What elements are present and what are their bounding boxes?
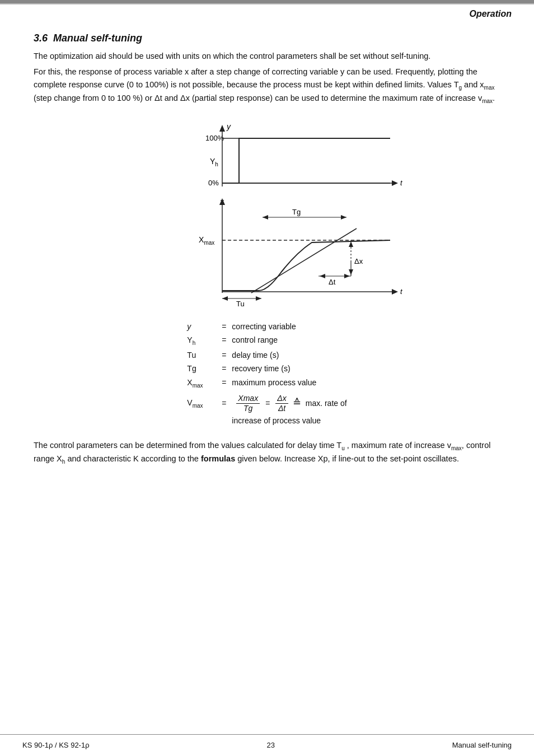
tu-right-arrow: [256, 296, 261, 301]
legend-eq-tg: =: [216, 362, 232, 376]
legend-row-tu: Tu = delay time (s): [187, 348, 346, 362]
deltax-label: Δx: [354, 257, 363, 265]
increase-text: increase of process value: [232, 414, 346, 428]
t-label-lower: t: [400, 287, 403, 296]
tu-left-arrow: [222, 296, 228, 301]
step-response-diagram: y 100% Yh 0% t x: [110, 119, 424, 310]
t-axis-lower-arrow: [392, 289, 398, 295]
legend-desc-tg: recovery time (s): [232, 362, 290, 376]
diagram-container: y 100% Yh 0% t x: [34, 119, 500, 310]
tg-label: Tg: [292, 208, 301, 216]
tu-label: Tu: [236, 300, 245, 308]
yh-label: Yh: [210, 157, 218, 167]
approx-symbol: ≙: [293, 394, 301, 412]
0pct-label: 0%: [208, 179, 219, 187]
t-axis-upper-arrow: [392, 180, 398, 186]
bottom-rule: [0, 734, 534, 735]
legend-sym-tg: Tg: [187, 362, 216, 376]
legend-row-vmax: Vmax = Xmax Tg = Δx Δt ≙ max. rate of: [187, 394, 346, 413]
paragraph-1: The optimization aid should be used with…: [34, 50, 500, 62]
legend-eq-y: =: [216, 320, 232, 334]
section-heading: 3.6 Manual self-tuning: [34, 32, 500, 44]
frac-num-xmax: Xmax: [236, 394, 260, 404]
paragraph-3: The control parameters can be determined…: [34, 439, 500, 466]
deltax-top-arrow: [349, 241, 353, 247]
y-axis-label: y: [226, 122, 231, 131]
tg-right-arrow: [341, 215, 346, 220]
section-title: Manual self-tuning: [53, 32, 142, 44]
footer-right: Manual self-tuning: [452, 741, 512, 749]
frac-den-deltat: Δt: [277, 404, 287, 413]
header-title: Operation: [469, 9, 512, 19]
deltax-bot-arrow: [349, 269, 353, 275]
deltat-right-arrow: [344, 274, 350, 278]
frac-num-deltax: Δx: [275, 394, 288, 404]
frac-deltax-deltat: Δx Δt: [275, 394, 288, 413]
legend-row-tg: Tg = recovery time (s): [187, 362, 346, 376]
legend-desc-yh: control range: [232, 333, 278, 347]
legend-row-y: y = correcting variable: [187, 320, 346, 334]
legend-sym-y: y: [187, 320, 216, 334]
deltat-left-arrow: [320, 274, 325, 278]
legend-eq-xmax: =: [216, 376, 232, 390]
main-content: 3.6 Manual self-tuning The optimization …: [0, 21, 534, 492]
legend-desc-y: correcting variable: [232, 320, 296, 334]
y-step-signal: [222, 138, 390, 183]
section-number: 3.6: [34, 32, 48, 44]
formula-sym-vmax: Vmax: [187, 396, 216, 410]
legend-row-yh: Yh = control range: [187, 333, 346, 348]
legend-desc-tu: delay time (s): [232, 348, 279, 362]
tangent-line: [251, 228, 357, 293]
tg-left-arrow: [263, 215, 268, 220]
formula-text-maxrate: max. rate of: [306, 396, 347, 410]
process-response-curve: [222, 240, 390, 291]
legend-row-xmax: Xmax = maximum process value: [187, 376, 346, 390]
legend-sym-yh: Yh: [187, 333, 216, 348]
frac-xmax-tg: Xmax Tg: [236, 394, 260, 413]
legend-eq-yh: =: [216, 333, 232, 347]
deltat-label: Δt: [329, 278, 336, 286]
legend-sym-tu: Tu: [187, 348, 216, 362]
frac-den-tg: Tg: [242, 404, 254, 413]
page-header: Operation: [0, 4, 534, 21]
xmax-label: Xmax: [199, 235, 214, 246]
footer-center: 23: [266, 741, 274, 749]
equals-sign-2: =: [265, 396, 270, 410]
legend-eq-tu: =: [216, 348, 232, 362]
page-footer: KS 90-1ρ / KS 92-1ρ 23 Manual self-tunin…: [0, 741, 534, 749]
legend-table: y = correcting variable Yh = control ran…: [187, 320, 346, 428]
legend-desc-xmax: maximum process value: [232, 376, 316, 390]
footer-left: KS 90-1ρ / KS 92-1ρ: [22, 741, 90, 749]
t-label-upper: t: [400, 179, 403, 187]
100pct-label: 100%: [205, 134, 224, 142]
paragraph-2: For this, the response of process variab…: [34, 66, 500, 105]
legend-sym-xmax: Xmax: [187, 376, 216, 390]
y-axis-arrow-up: [219, 125, 225, 132]
formula-eq-vmax: =: [216, 396, 232, 410]
legend-container: y = correcting variable Yh = control ran…: [34, 320, 500, 428]
